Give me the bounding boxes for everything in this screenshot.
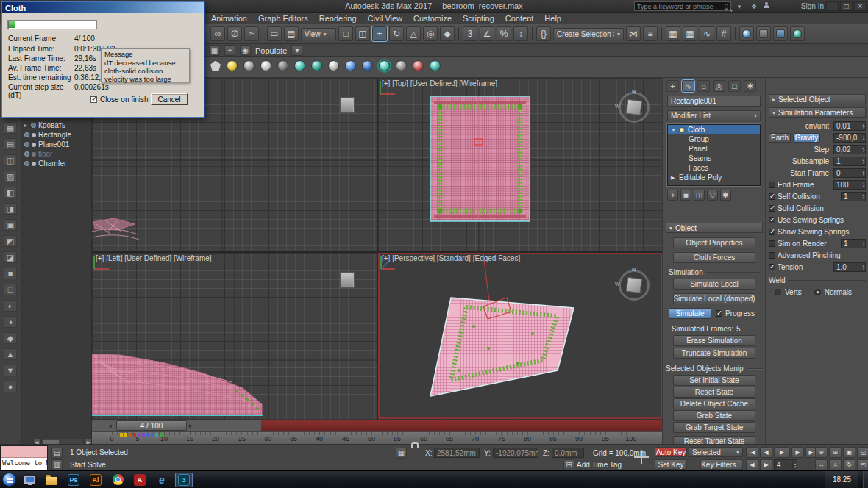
visibility-icon[interactable] [24, 142, 29, 147]
select-by-name-icon[interactable]: ▤ [284, 26, 299, 41]
taskbar-item[interactable]: A [131, 473, 149, 487]
stack-item-faces[interactable]: Faces [668, 163, 760, 173]
percent-snap-icon[interactable]: % [497, 26, 511, 41]
select-and-scale-icon[interactable]: △ [406, 26, 421, 41]
stack-item-panel[interactable]: Panel [668, 144, 760, 154]
next-frame-icon[interactable]: ▸ [189, 422, 193, 429]
tab-populate[interactable]: Populate [255, 46, 287, 55]
tension-field[interactable]: 1,0▴▾ [833, 262, 866, 272]
zoom-extents-icon[interactable]: ▣ [843, 447, 855, 458]
stack-item-group[interactable]: Group [668, 134, 760, 144]
tension-checkbox[interactable] [769, 264, 775, 270]
auto-key-button[interactable]: Auto Key [655, 447, 687, 457]
viewport-label[interactable]: [+] [Left] [User Defined] [Wireframe] [96, 254, 212, 262]
object-label[interactable]: Plane001 [38, 140, 69, 148]
tab-hierarchy[interactable]: ⌂ [697, 80, 710, 92]
make-unique-icon[interactable]: ◫ [694, 190, 705, 201]
curve-editor-icon[interactable]: ∿ [700, 26, 714, 41]
start-frame-field[interactable]: 0▴▾ [833, 168, 866, 178]
explorer-tool-icon[interactable]: ◪ [4, 251, 17, 263]
viewport-label[interactable]: [+] [Perspective] [Standard] [Edged Face… [382, 254, 520, 262]
angle-snap-icon[interactable]: ∠ [480, 26, 494, 41]
explorer-tool-icon[interactable]: ▤ [4, 138, 17, 150]
spinner-icon[interactable]: ▴▾ [861, 264, 865, 270]
listener-script-row[interactable]: Welcome to M [1, 458, 47, 470]
user-icon[interactable] [764, 2, 769, 8]
search-input[interactable] [637, 3, 723, 10]
rendered-frame-icon[interactable] [773, 26, 788, 41]
taskbar-item[interactable]: Ps [65, 473, 82, 487]
simulate-local-button[interactable]: Simulate Local [673, 279, 755, 290]
expander-icon[interactable]: ▸ [24, 122, 29, 129]
close-on-finish-checkbox[interactable] [90, 96, 97, 103]
show-end-result-icon[interactable]: ▣ [680, 190, 691, 201]
simulate-local-damped-button[interactable]: Simulate Local (damped) [673, 293, 755, 304]
end-frame-checkbox[interactable] [769, 182, 775, 188]
earth-button[interactable]: Earth [769, 133, 791, 143]
window-crossing-icon[interactable]: ◫ [355, 26, 370, 41]
show-desktop-button[interactable] [863, 471, 868, 488]
reference-coordinate-dropdown[interactable]: View▾ [301, 28, 336, 40]
menu-civil-view[interactable]: Civil View [368, 14, 402, 23]
self-collision-checkbox[interactable] [769, 193, 775, 200]
tab-motion[interactable]: ◎ [713, 80, 725, 92]
search-icon[interactable] [725, 4, 728, 10]
go-to-start-icon[interactable]: |◀ [746, 447, 758, 458]
simulate-button[interactable]: Simulate [669, 308, 711, 319]
grab-target-state-button[interactable]: Grab Target State [673, 422, 755, 433]
menu-help[interactable]: Help [544, 14, 561, 23]
modifier-enable-icon[interactable] [679, 127, 685, 133]
listener-open-icon[interactable]: ▥ [51, 459, 63, 470]
cloth-forces-button[interactable]: Cloth Forces [673, 252, 755, 263]
viewport-label[interactable]: [+] [Top] [User Defined] [Wireframe] [382, 79, 497, 87]
spinner-icon[interactable]: ▴▾ [861, 146, 865, 152]
render-setup-icon[interactable] [756, 26, 771, 41]
spinner-icon[interactable]: ▴▾ [861, 158, 865, 164]
sim-on-render-field[interactable]: 1▴▾ [841, 239, 866, 248]
sphere-blue2-icon[interactable] [362, 60, 373, 71]
sphere-silver-icon[interactable] [328, 60, 339, 71]
current-frame-field[interactable]: 4▴▾ [774, 459, 797, 470]
spinner-icon[interactable]: ▴▾ [861, 170, 865, 176]
bind-to-space-warp-icon[interactable]: ≈ [244, 26, 259, 41]
advanced-pinching-checkbox[interactable] [769, 252, 775, 259]
erase-simulation-button[interactable]: Erase Simulation [673, 335, 755, 346]
sphere-dark-icon[interactable] [277, 60, 288, 71]
cancel-button[interactable]: Cancel [151, 93, 188, 105]
object-properties-button[interactable]: Object Properties [673, 237, 755, 248]
viewport-perspective[interactable]: [+] [Perspective] [Standard] [Edged Face… [378, 253, 662, 419]
sphere-blue-icon[interactable] [345, 60, 356, 71]
object-label[interactable]: Rectangle [38, 131, 71, 139]
ribbon-expand-icon[interactable]: ▾ [291, 45, 302, 56]
time-tag-icon[interactable]: ⊞ [563, 459, 574, 470]
sign-in-link[interactable]: Sign In [801, 2, 824, 10]
scene-object-row[interactable]: Chamfer [22, 159, 92, 168]
select-and-rotate-icon[interactable]: ↻ [389, 26, 404, 41]
step-field[interactable]: 0,02▴▾ [833, 145, 866, 154]
viewport-top[interactable]: [+] [Top] [User Defined] [Wireframe] [378, 78, 662, 251]
scene-object-row[interactable]: Plane001 [22, 140, 92, 149]
taskbar-item[interactable]: Ai [87, 473, 104, 487]
previous-frame-icon[interactable]: ◂ [108, 422, 112, 429]
spinner-icon[interactable]: ▴▾ [861, 193, 865, 199]
explorer-tool-icon[interactable]: ▲ [4, 348, 17, 360]
visibility-icon[interactable] [24, 151, 29, 157]
apps-icon[interactable]: ❖ [749, 2, 759, 11]
sphere-light-icon[interactable] [260, 60, 271, 71]
named-selection-sets-icon[interactable]: {} [536, 26, 551, 41]
sphere-yellow-icon[interactable] [227, 60, 238, 71]
add-time-tag[interactable]: Add Time Tag [577, 461, 622, 469]
time-slider[interactable]: ◂ 4 / 100 ▸ [92, 419, 662, 431]
selection-set-key-dropdown[interactable]: Selected▾ [689, 447, 743, 457]
ribbon-pin-icon[interactable]: ⌖ [224, 45, 235, 56]
scene-object-row[interactable]: ▸ Кровать [22, 121, 92, 130]
spinner-icon[interactable]: ▴▾ [861, 134, 865, 140]
time-slider-handle[interactable]: 4 / 100 [116, 420, 187, 431]
four-way-arrow-icon[interactable] [633, 448, 650, 466]
polygon-modeling-icon[interactable] [210, 61, 221, 71]
menu-rendering[interactable]: Rendering [319, 14, 357, 23]
x-coordinate-field[interactable]: 2581,52mm [434, 448, 480, 458]
tab-display[interactable]: □ [728, 80, 741, 92]
next-frame-icon[interactable]: ▶ [791, 447, 804, 458]
rollout-simulation-parameters[interactable]: ▾ Simulation Parameters [769, 107, 866, 118]
